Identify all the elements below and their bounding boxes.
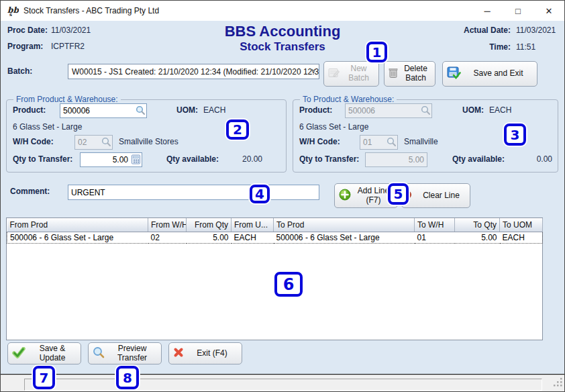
from-qty-available-label: Qty available: xyxy=(166,154,219,164)
from-wh-name: Smallville Stores xyxy=(119,137,178,146)
search-icon[interactable] xyxy=(101,137,111,147)
table-row[interactable]: 500006 - 6 Glass Set - Large 02 5.00 EAC… xyxy=(7,232,543,243)
annotation-7: 7 xyxy=(33,366,55,389)
chevron-down-icon: ∨ xyxy=(311,66,316,75)
col-from-prod: From Prod xyxy=(7,218,148,232)
annotation-1: 1 xyxy=(366,42,387,62)
col-from-qty: From Qty xyxy=(187,218,232,232)
col-from-wh: From W/H xyxy=(148,218,187,232)
new-batch-button: New Batch xyxy=(323,61,379,87)
to-qty-available-value: 0.00 xyxy=(512,154,552,164)
close-button[interactable]: ✕ xyxy=(533,1,564,21)
from-qty-available-value: 20.00 xyxy=(222,154,262,164)
from-product-field-wrap xyxy=(60,103,147,118)
col-to-qty: To Qty xyxy=(455,218,500,232)
save-update-label: Save & Update xyxy=(28,344,76,363)
annotation-2: 2 xyxy=(226,119,249,140)
to-qty-field-wrap xyxy=(365,152,427,167)
proc-date-value: 11/03/2021 xyxy=(51,26,91,35)
from-uom-value: EACH xyxy=(203,105,225,115)
search-icon[interactable] xyxy=(387,137,397,147)
program-value: ICPTFR2 xyxy=(51,42,85,51)
to-product-input xyxy=(345,103,432,118)
col-to-prod: To Prod xyxy=(274,218,415,232)
save-and-exit-button[interactable]: Save and Exit xyxy=(442,61,537,87)
cell-from-wh: 02 xyxy=(148,232,187,243)
from-qty-field-wrap xyxy=(80,152,142,167)
exit-button[interactable]: Exit (F4) xyxy=(168,342,242,364)
green-plus-circle-icon xyxy=(339,189,351,203)
table-header-row: From Prod From W/H From Qty From U... To… xyxy=(7,218,543,232)
from-wh-code-label: W/H Code: xyxy=(13,137,54,146)
to-product-description: 6 Glass Set - Large xyxy=(299,122,368,132)
comment-field-wrap xyxy=(68,185,319,200)
search-icon[interactable] xyxy=(421,105,431,115)
to-wh-name: Smallville xyxy=(404,137,438,146)
from-wh-code-field-wrap xyxy=(74,135,113,150)
to-wh-code-label: W/H Code: xyxy=(299,137,340,146)
clear-line-button[interactable]: Clear Line xyxy=(401,183,470,208)
annotation-3: 3 xyxy=(504,124,526,146)
from-uom-label: UOM: xyxy=(176,105,198,115)
from-group-legend: From Product & Warehouse: xyxy=(13,95,121,104)
cell-to-qty: 5.00 xyxy=(455,232,500,243)
exit-label: Exit (F4) xyxy=(187,349,238,358)
to-group-legend: To Product & Warehouse: xyxy=(300,95,397,104)
title-bar: bb s Stock Transfers - ABC Trading Pty L… xyxy=(1,1,564,21)
annotation-6: 6 xyxy=(274,272,303,297)
col-to-wh: To W/H xyxy=(415,218,455,232)
cell-to-prod: 500006 - 6 Glass Set - Large xyxy=(274,232,415,243)
window-title: Stock Transfers - ABC Trading Pty Ltd xyxy=(23,6,159,15)
preview-transfer-label: Preview Transfer xyxy=(107,344,157,363)
from-product-input[interactable] xyxy=(60,103,147,118)
from-qty-label: Qty to Transfer: xyxy=(13,154,72,164)
cell-from-qty: 5.00 xyxy=(187,232,232,243)
delete-batch-button[interactable]: Delete Batch xyxy=(384,61,435,87)
save-update-button[interactable]: Save & Update xyxy=(7,342,81,364)
green-check-icon xyxy=(12,347,25,360)
to-product-field-wrap xyxy=(345,103,432,118)
comment-label: Comment: xyxy=(10,187,50,196)
proc-date-label: Proc Date: xyxy=(7,26,48,35)
maximize-button[interactable]: □ xyxy=(503,1,533,21)
minimize-button[interactable]: ─ xyxy=(472,1,503,21)
to-uom-label: UOM: xyxy=(462,105,484,115)
clear-line-label: Clear Line xyxy=(417,191,466,201)
comment-input[interactable] xyxy=(68,185,319,200)
svg-text:s: s xyxy=(9,11,12,17)
annotation-5: 5 xyxy=(388,183,409,205)
from-product-label: Product: xyxy=(13,105,46,115)
floppy-check-icon xyxy=(447,66,461,81)
col-from-uom: From U... xyxy=(232,218,274,232)
to-uom-value: EACH xyxy=(489,105,511,115)
cell-to-wh: 01 xyxy=(415,232,455,243)
to-wh-code-field-wrap xyxy=(360,135,398,150)
notepad-pen-icon xyxy=(328,67,340,81)
status-panel xyxy=(24,379,542,391)
to-product-label: Product: xyxy=(299,105,332,115)
to-qty-available-label: Qty available: xyxy=(452,154,505,164)
program-label: Program: xyxy=(7,42,43,51)
annotation-4: 4 xyxy=(250,185,270,203)
app-title: BBS Accounting xyxy=(162,23,403,40)
from-product-description: 6 Glass Set - Large xyxy=(13,122,82,132)
delete-batch-label: Delete Batch xyxy=(401,64,431,83)
to-qty-input xyxy=(365,152,427,167)
save-and-exit-label: Save and Exit xyxy=(464,69,533,79)
calculator-icon[interactable] xyxy=(131,154,141,164)
batch-dropdown-value: W00015 - JS1 Created: 21/10/2020 12:34 (… xyxy=(72,67,319,77)
red-x-icon xyxy=(173,347,184,360)
resize-grip[interactable] xyxy=(554,378,563,390)
to-qty-label: Qty to Transfer: xyxy=(299,154,359,164)
status-bar xyxy=(1,375,565,392)
cell-from-uom: EACH xyxy=(232,232,274,243)
magnifier-icon xyxy=(93,346,105,360)
new-batch-label: New Batch xyxy=(343,64,374,83)
search-icon[interactable] xyxy=(136,105,146,115)
actual-date-value: 11/03/2021 xyxy=(516,26,556,35)
batch-dropdown[interactable]: W00015 - JS1 Created: 21/10/2020 12:34 (… xyxy=(68,64,319,79)
time-label: Time: xyxy=(444,42,511,52)
annotation-8: 8 xyxy=(116,366,139,389)
cell-to-uom: EACH xyxy=(500,232,543,243)
preview-transfer-button[interactable]: Preview Transfer xyxy=(88,342,162,364)
